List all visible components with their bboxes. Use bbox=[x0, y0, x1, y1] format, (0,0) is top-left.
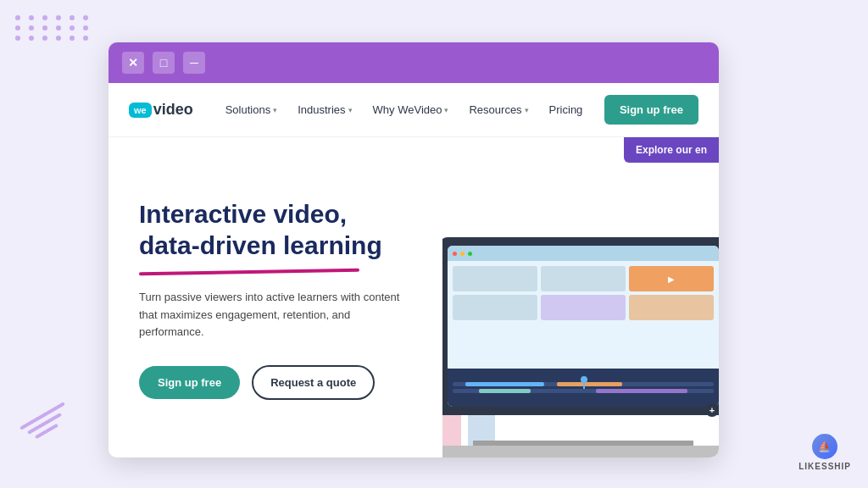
logo[interactable]: we video bbox=[129, 101, 193, 119]
nav-solutions[interactable]: Solutions ▾ bbox=[217, 98, 286, 121]
nav-bar: we video Solutions ▾ Industries ▾ Why We… bbox=[108, 83, 719, 137]
decorative-dots bbox=[15, 15, 92, 41]
browser-chrome: ✕ □ ─ bbox=[108, 42, 719, 83]
nav-solutions-label: Solutions bbox=[225, 103, 270, 116]
screen-card-3 bbox=[453, 295, 537, 320]
timeline-track-2 bbox=[453, 389, 714, 393]
hero-title-line2: data-driven learning bbox=[139, 231, 382, 259]
chevron-down-icon: ▾ bbox=[525, 106, 529, 114]
maximize-button[interactable]: □ bbox=[153, 52, 175, 74]
hero-title-line1: Interactive video, bbox=[139, 200, 347, 228]
laptop-screen-inner: ▶ bbox=[448, 246, 719, 407]
nav-pricing-label: Pricing bbox=[549, 103, 583, 116]
screen-dot-green bbox=[468, 252, 472, 256]
hero-section: Explore our en Interactive video, data-d… bbox=[108, 137, 719, 458]
likesship-label: LIKESSHIP bbox=[798, 462, 851, 471]
explore-banner: Explore our en bbox=[624, 137, 719, 163]
timeline-area bbox=[448, 369, 719, 407]
hero-signup-button[interactable]: Sign up free bbox=[139, 366, 240, 399]
close-button[interactable]: ✕ bbox=[122, 52, 144, 74]
timeline-track-1 bbox=[453, 382, 714, 386]
likesship-logo: ⛵ LIKESSHIP bbox=[798, 434, 851, 471]
screen-content: ▶ bbox=[448, 261, 719, 325]
hero-right: ▶ bbox=[442, 137, 719, 458]
screen-dot-yellow bbox=[460, 252, 465, 256]
nav-industries[interactable]: Industries ▾ bbox=[289, 98, 360, 121]
hero-left: Interactive video, data-driven learning … bbox=[108, 137, 442, 458]
screen-card-1 bbox=[453, 266, 537, 291]
screen-card-4 bbox=[541, 295, 626, 320]
nav-industries-label: Industries bbox=[298, 103, 345, 116]
browser-window: ✕ □ ─ we video Solutions ▾ Industries ▾ … bbox=[108, 42, 719, 458]
screen-card-5 bbox=[629, 295, 714, 320]
add-icon: + bbox=[705, 403, 719, 417]
timeline-clip-4 bbox=[596, 389, 687, 393]
laptop-screen-outer: ▶ bbox=[442, 237, 719, 415]
nav-why-label: Why WeVideo bbox=[373, 103, 442, 116]
hero-quote-button[interactable]: Request a quote bbox=[252, 365, 375, 400]
nav-links: Solutions ▾ Industries ▾ Why WeVideo ▾ R… bbox=[217, 98, 604, 121]
screen-toolbar bbox=[448, 246, 719, 261]
decorative-lines bbox=[17, 414, 68, 437]
timeline-clip-1 bbox=[465, 382, 543, 386]
chevron-down-icon: ▾ bbox=[444, 106, 448, 114]
likesship-icon: ⛵ bbox=[812, 434, 837, 459]
hero-title: Interactive video, data-driven learning bbox=[139, 198, 415, 262]
nav-resources[interactable]: Resources ▾ bbox=[460, 98, 537, 121]
logo-badge: we bbox=[129, 103, 152, 118]
screen-card-play: ▶ bbox=[629, 266, 714, 291]
screen-dot-red bbox=[453, 252, 457, 256]
hero-underline bbox=[139, 269, 359, 276]
laptop-illustration: ▶ bbox=[442, 237, 719, 458]
screen-card-2 bbox=[541, 266, 626, 291]
cursor-dot bbox=[581, 376, 587, 383]
nav-resources-label: Resources bbox=[469, 103, 521, 116]
nav-signup-button[interactable]: Sign up free bbox=[604, 95, 698, 125]
logo-text: video bbox=[153, 101, 193, 119]
hero-description: Turn passive viewers into active learner… bbox=[139, 289, 410, 341]
nav-pricing[interactable]: Pricing bbox=[541, 98, 592, 121]
nav-why-wevideo[interactable]: Why WeVideo ▾ bbox=[364, 98, 458, 121]
chevron-down-icon: ▾ bbox=[273, 106, 277, 114]
minimize-button[interactable]: ─ bbox=[183, 52, 205, 74]
timeline-clip-3 bbox=[479, 389, 531, 393]
chevron-down-icon: ▾ bbox=[348, 106, 353, 114]
timeline-clip-2 bbox=[557, 382, 622, 386]
laptop-base bbox=[442, 446, 719, 458]
hero-buttons: Sign up free Request a quote bbox=[139, 365, 415, 400]
